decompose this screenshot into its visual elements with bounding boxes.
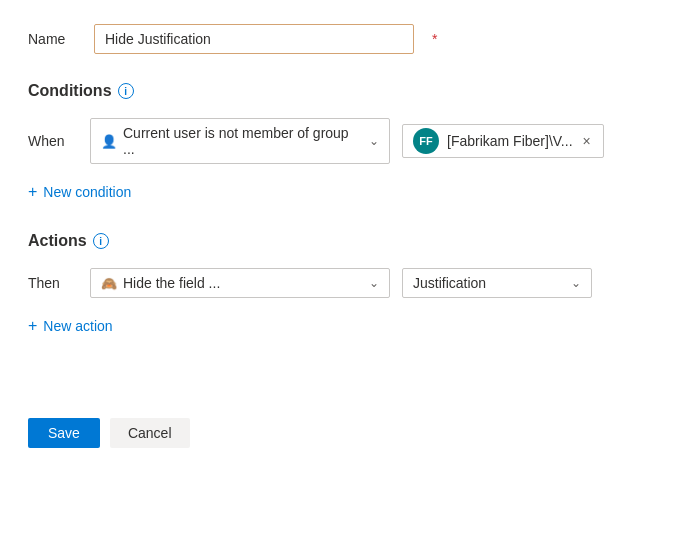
when-row: When 👤 Current user is not member of gro… bbox=[28, 118, 672, 164]
action-dropdown-text: 🙈 Hide the field ... bbox=[101, 275, 363, 291]
condition-dropdown-text: 👤 Current user is not member of group ..… bbox=[101, 125, 363, 157]
hide-field-icon: 🙈 bbox=[101, 276, 117, 291]
group-tag-close-button[interactable]: × bbox=[581, 134, 593, 148]
condition-dropdown[interactable]: 👤 Current user is not member of group ..… bbox=[90, 118, 390, 164]
name-input[interactable] bbox=[94, 24, 414, 54]
action-chevron-icon: ⌄ bbox=[369, 276, 379, 290]
conditions-section: Conditions i When 👤 Current user is not … bbox=[28, 82, 672, 204]
cursor-area bbox=[28, 370, 672, 410]
actions-info-icon[interactable]: i bbox=[93, 233, 109, 249]
new-condition-button[interactable]: + New condition bbox=[28, 180, 672, 204]
new-action-plus-icon: + bbox=[28, 318, 37, 334]
new-condition-label: New condition bbox=[43, 184, 131, 200]
justification-dropdown[interactable]: Justification ⌄ bbox=[402, 268, 592, 298]
action-dropdown[interactable]: 🙈 Hide the field ... ⌄ bbox=[90, 268, 390, 298]
condition-dropdown-label: Current user is not member of group ... bbox=[123, 125, 363, 157]
actions-section: Actions i Then 🙈 Hide the field ... ⌄ Ju… bbox=[28, 232, 672, 338]
actions-title: Actions bbox=[28, 232, 87, 250]
new-action-label: New action bbox=[43, 318, 112, 334]
justification-dropdown-label: Justification bbox=[413, 275, 486, 291]
conditions-title: Conditions bbox=[28, 82, 112, 100]
then-row: Then 🙈 Hide the field ... ⌄ Justificatio… bbox=[28, 268, 672, 298]
button-row: Save Cancel bbox=[28, 418, 672, 448]
plus-icon: + bbox=[28, 184, 37, 200]
person-icon: 👤 bbox=[101, 134, 117, 149]
condition-chevron-icon: ⌄ bbox=[369, 134, 379, 148]
save-button[interactable]: Save bbox=[28, 418, 100, 448]
new-action-button[interactable]: + New action bbox=[28, 314, 672, 338]
name-label: Name bbox=[28, 31, 78, 47]
action-dropdown-label: Hide the field ... bbox=[123, 275, 220, 291]
group-tag: FF [Fabrikam Fiber]\V... × bbox=[402, 124, 604, 158]
then-label: Then bbox=[28, 275, 78, 291]
name-row: Name * bbox=[28, 24, 672, 54]
required-marker: * bbox=[432, 31, 437, 47]
actions-header: Actions i bbox=[28, 232, 672, 250]
group-name: [Fabrikam Fiber]\V... bbox=[447, 133, 573, 149]
conditions-info-icon[interactable]: i bbox=[118, 83, 134, 99]
conditions-header: Conditions i bbox=[28, 82, 672, 100]
when-label: When bbox=[28, 133, 78, 149]
cancel-button[interactable]: Cancel bbox=[110, 418, 190, 448]
ff-avatar: FF bbox=[413, 128, 439, 154]
justification-chevron-icon: ⌄ bbox=[571, 276, 581, 290]
